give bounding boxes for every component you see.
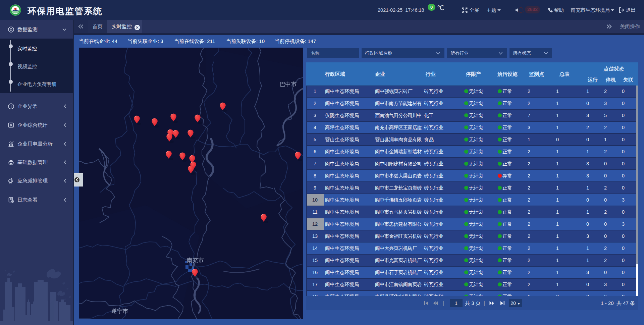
- svg-text:南充市: 南充市: [187, 257, 204, 264]
- svg-text:巴中市: 巴中市: [280, 81, 297, 88]
- svg-text:遂宁市: 遂宁市: [111, 308, 128, 314]
